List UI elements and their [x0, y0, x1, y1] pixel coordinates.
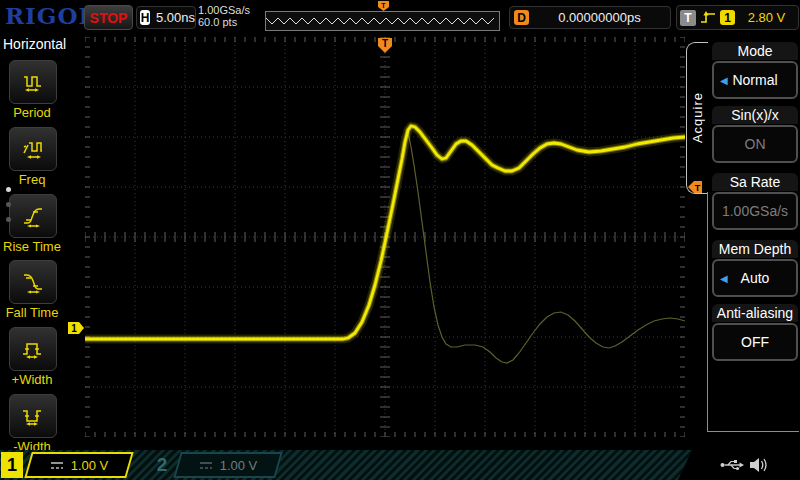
menu-value-text: 1.00GSa/s — [722, 203, 788, 219]
menu-value-sa-rate[interactable]: 1.00GSa/s — [712, 192, 798, 230]
channel-status-bar: 1 1.00 V 2 — [0, 450, 800, 480]
left-menu-label: Freq — [0, 172, 64, 187]
top-status-bar: RIGOL STOP H 5.00ns 1.00GSa/s 60.0 pts T… — [0, 0, 800, 33]
left-arrow-icon: ◀ — [720, 75, 728, 86]
negative-width-icon[interactable] — [9, 394, 57, 438]
trigger-level-value: 2.80 V — [735, 10, 798, 25]
svg-text:T: T — [382, 38, 388, 49]
menu-label-anti-aliasing: Anti-aliasing — [712, 304, 798, 322]
menu-value-mode[interactable]: ◀ Normal — [712, 61, 798, 99]
trigger-status-box[interactable]: T 1 2.80 V — [676, 5, 799, 30]
left-menu-label: +Width — [0, 372, 64, 387]
svg-text:1: 1 — [71, 323, 77, 334]
menu-value-text: ON — [745, 136, 766, 152]
overview-trigger-position-icon[interactable]: T — [377, 1, 390, 12]
sample-rate-value: 1.00GSa/s — [198, 4, 250, 16]
menu-frame-line — [707, 192, 708, 432]
page-indicator-dot — [6, 217, 11, 222]
menu-value-text: Auto — [741, 270, 770, 286]
trigger-badge: T — [680, 10, 696, 26]
acquire-tab-label: Acquire — [690, 92, 705, 143]
menu-value-mem-depth[interactable]: ◀ Auto — [712, 259, 798, 297]
channel2-scale-value: 1.00 V — [220, 458, 258, 473]
rising-edge-trigger-icon — [700, 10, 716, 25]
run-state-button[interactable]: STOP — [84, 5, 133, 30]
trigger-source-channel-badge: 1 — [720, 10, 735, 25]
menu-value-anti-aliasing[interactable]: OFF — [712, 323, 798, 361]
waveform-display-area — [85, 37, 685, 437]
sample-rate-readout: 1.00GSa/s 60.0 pts — [198, 4, 250, 28]
channel1-scale-box[interactable]: 1.00 V — [28, 452, 130, 478]
right-soft-menu: Acquire T Mode ◀ Normal Sin(x)/x ON Sa R… — [686, 32, 800, 450]
channel1-scale-value: 1.00 V — [71, 458, 109, 473]
freq-icon[interactable] — [9, 127, 57, 171]
delay-badge: D — [514, 10, 529, 25]
left-menu-label: Fall Time — [0, 305, 64, 320]
left-arrow-icon: ◀ — [720, 273, 728, 284]
left-menu-label: Rise Time — [0, 239, 64, 254]
speaker-icon — [749, 456, 769, 474]
channel1-ground-marker[interactable]: 1 — [67, 321, 85, 335]
svg-text:T: T — [381, 2, 386, 9]
delay-box[interactable]: D 0.00000000ps — [509, 6, 671, 29]
channel2-scale-box[interactable]: 1.00 V — [177, 452, 279, 478]
menu-label-mem-depth: Mem Depth — [712, 240, 798, 258]
waveform-overview-strip[interactable] — [265, 11, 500, 31]
left-function-menu: Horizontal Period Freq — [0, 32, 84, 450]
horizontal-timebase-box[interactable]: H 5.00ns — [136, 6, 196, 29]
overview-waveform — [266, 12, 497, 28]
menu-frame-line — [707, 431, 799, 432]
rigol-logo: RIGOL — [5, 2, 96, 29]
persistence-trace — [408, 132, 685, 363]
system-icons — [720, 450, 769, 480]
menu-label-mode: Mode — [712, 42, 798, 60]
usb-icon — [720, 458, 744, 472]
timebase-value: 5.00ns — [156, 10, 195, 25]
positive-width-icon[interactable] — [9, 327, 57, 371]
menu-value-sinxx[interactable]: ON — [712, 125, 798, 163]
dc-coupling-icon — [50, 461, 64, 470]
scope-grid-and-traces — [85, 37, 685, 437]
trigger-position-marker[interactable]: T — [377, 37, 393, 54]
trigger-level-marker[interactable]: T — [687, 180, 703, 194]
delay-value: 0.00000000ps — [529, 10, 670, 25]
rise-time-icon[interactable] — [9, 194, 57, 238]
channel1-number-badge[interactable]: 1 — [1, 452, 23, 478]
dc-coupling-icon — [199, 461, 213, 470]
period-icon[interactable] — [9, 60, 57, 104]
menu-label-sa-rate: Sa Rate — [712, 173, 798, 191]
h-badge: H — [140, 10, 150, 25]
menu-label-sinxx: Sin(x)/x — [712, 106, 798, 124]
left-menu-label: Period — [0, 105, 64, 120]
acquire-menu-tab: Acquire — [686, 42, 708, 194]
svg-text:T: T — [695, 183, 701, 193]
memory-points-value: 60.0 pts — [198, 16, 250, 28]
left-menu-title: Horizontal — [3, 36, 66, 52]
channel2-number[interactable]: 2 — [150, 452, 174, 478]
menu-value-text: OFF — [741, 334, 769, 350]
page-indicator-dot — [6, 187, 11, 192]
page-indicator-dot — [6, 202, 11, 207]
menu-value-text: Normal — [732, 72, 777, 88]
oscilloscope-screen: RIGOL STOP H 5.00ns 1.00GSa/s 60.0 pts T… — [0, 0, 800, 480]
fall-time-icon[interactable] — [9, 260, 57, 304]
